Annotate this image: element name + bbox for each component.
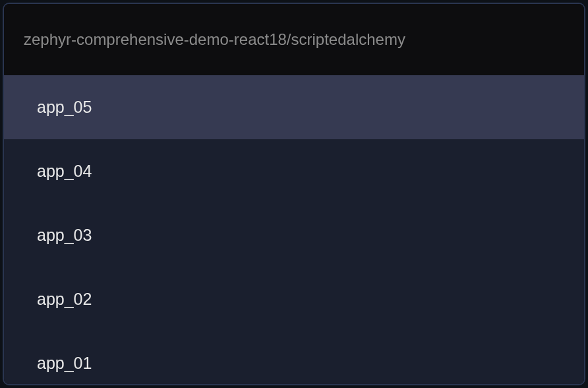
list-item-label: app_05	[37, 98, 92, 116]
list-item[interactable]: app_02	[4, 267, 584, 331]
list-item-label: app_02	[37, 290, 92, 308]
dropdown-list: app_05 app_04 app_03 app_02 app_01	[4, 75, 584, 385]
list-item[interactable]: app_03	[4, 203, 584, 267]
list-item[interactable]: app_05	[4, 75, 584, 139]
list-item-label: app_03	[37, 226, 92, 244]
dropdown-panel: zephyr-comprehensive-demo-react18/script…	[3, 3, 585, 385]
list-item-label: app_04	[37, 162, 92, 180]
dropdown-header: zephyr-comprehensive-demo-react18/script…	[4, 4, 584, 75]
list-item[interactable]: app_04	[4, 139, 584, 203]
list-item[interactable]: app_01	[4, 331, 584, 385]
header-title: zephyr-comprehensive-demo-react18/script…	[24, 30, 405, 48]
list-item-label: app_01	[37, 354, 92, 372]
